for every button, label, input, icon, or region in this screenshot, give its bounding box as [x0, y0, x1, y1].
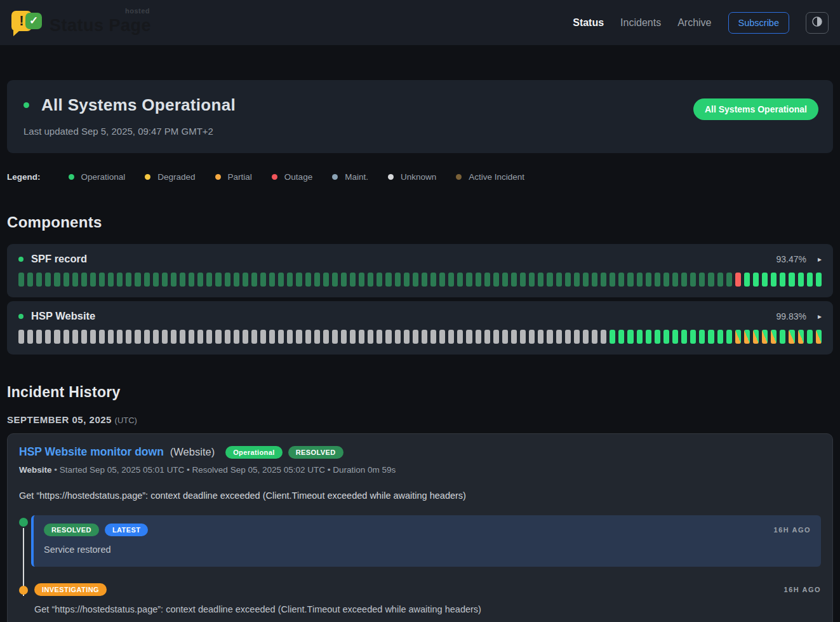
status-bubble-logo-icon: ! ✓: [11, 9, 42, 37]
uptime-bar-op_old: [672, 273, 678, 287]
subscribe-button[interactable]: Subscribe: [728, 12, 789, 34]
uptime-bar-unknown: [45, 330, 51, 344]
expand-arrow-icon[interactable]: ▸: [818, 255, 822, 264]
incident-description: Get “https://hostedstatus.page”: context…: [19, 490, 821, 501]
incident-title-suffix: (Website): [170, 446, 215, 458]
uptime-bar-unknown: [314, 330, 320, 344]
uptime-bar-unknown: [601, 330, 606, 344]
expand-arrow-icon[interactable]: ▸: [818, 312, 822, 321]
uptime-bar-outage: [735, 273, 741, 287]
check-square-icon: ✓: [25, 13, 42, 29]
legend-item-maint-: Maint.: [332, 172, 368, 182]
uptime-bar-op_old: [601, 273, 606, 287]
uptime-bar-unknown: [135, 330, 140, 344]
legend-dot-icon: [215, 174, 221, 180]
uptime-bar-op_old: [574, 273, 580, 287]
uptime-bar-op_old: [556, 273, 562, 287]
nav-item-incidents[interactable]: Incidents: [620, 17, 661, 29]
uptime-bar-unknown: [225, 330, 230, 344]
incident-title-link[interactable]: HSP Website monitor down: [19, 445, 164, 459]
uptime-bar-unknown: [466, 330, 472, 344]
uptime-bar-op_old: [377, 273, 382, 287]
uptime-bar-op_old: [583, 273, 589, 287]
uptime-bar-op_old: [296, 273, 302, 287]
uptime-bar-unknown: [439, 330, 445, 344]
uptime-bar-unknown: [206, 330, 212, 344]
status-badge: Operational: [225, 446, 283, 459]
uptime-bar-op_old: [350, 273, 356, 287]
uptime-bar-op_old: [341, 273, 347, 287]
overall-status-title: All Systems Operational: [41, 95, 236, 115]
uptime-bar-op_old: [72, 273, 78, 287]
incident-date-heading: SEPTEMBER 05, 2025 (UTC): [7, 414, 833, 425]
uptime-bar-unknown: [243, 330, 248, 344]
uptime-bar-unknown: [430, 330, 436, 344]
uptime-bar-op_old: [708, 273, 714, 287]
nav-item-status[interactable]: Status: [573, 17, 604, 29]
uptime-bar-op_old: [502, 273, 508, 287]
timeline-timestamp: 16H AGO: [774, 526, 811, 534]
uptime-bar-op_new: [627, 330, 633, 344]
uptime-bar-op_old: [610, 273, 615, 287]
uptime-bar-op_new: [690, 330, 696, 344]
uptime-bar-op_old: [637, 273, 643, 287]
legend-item-label: Active Incident: [469, 172, 524, 182]
uptime-bar-op_old: [117, 273, 123, 287]
uptime-bar-op_new: [663, 330, 669, 344]
uptime-bar-unknown: [574, 330, 580, 344]
uptime-bar-op_old: [189, 273, 194, 287]
uptime-bar-op_old: [63, 273, 69, 287]
brand-superscript: hosted: [125, 7, 150, 15]
overall-status-banner: All Systems Operational Last updated Sep…: [7, 80, 833, 153]
uptime-bar-op_new: [816, 273, 822, 287]
nav-item-archive[interactable]: Archive: [677, 17, 711, 29]
uptime-bar-op_old: [269, 273, 275, 287]
uptime-bar-unknown: [54, 330, 60, 344]
uptime-bar-unknown: [476, 330, 481, 344]
uptime-bar-op_old: [395, 273, 401, 287]
uptime-bar-op_old: [225, 273, 230, 287]
uptime-bar-op_old: [126, 273, 131, 287]
component-uptime-percent: 99.83%: [776, 311, 806, 321]
timeline-status-dot: [19, 586, 28, 595]
component-uptime-percent: 93.47%: [776, 254, 806, 264]
uptime-bar-unknown: [368, 330, 373, 344]
uptime-bar-op_new: [655, 330, 660, 344]
legend-item-label: Operational: [81, 172, 126, 182]
timeline-entry: INVESTIGATING16H AGOGet “https://hosteds…: [19, 583, 821, 614]
status-badge: LATEST: [105, 524, 148, 536]
uptime-bar-op_old: [466, 273, 472, 287]
uptime-bar-op_old: [278, 273, 284, 287]
uptime-bar-op_old: [627, 273, 633, 287]
status-legend: Legend: OperationalDegradedPartialOutage…: [7, 172, 833, 182]
uptime-bar-unknown: [180, 330, 185, 344]
uptime-bar-op_old: [511, 273, 517, 287]
theme-toggle-button[interactable]: [806, 12, 829, 34]
uptime-bar-op_new: [618, 330, 624, 344]
brand-logo[interactable]: ! ✓ hosted Status Page: [11, 9, 151, 37]
component-uptime-group: 99.83%▸: [776, 311, 822, 321]
uptime-bar-op_old: [646, 273, 651, 287]
uptime-bar-unknown: [144, 330, 150, 344]
component-card-spf-record[interactable]: SPF record93.47%▸: [7, 244, 833, 297]
uptime-bar-unknown: [296, 330, 302, 344]
timeline-timestamp: 16H AGO: [784, 586, 821, 593]
uptime-bar-op_old: [663, 273, 669, 287]
component-header: HSP Website99.83%▸: [18, 310, 822, 322]
uptime-bar-unknown: [547, 330, 552, 344]
uptime-bar-unknown: [18, 330, 24, 344]
uptime-bar-op_old: [439, 273, 445, 287]
uptime-bar-op_old: [153, 273, 159, 287]
uptime-bar-unknown: [153, 330, 159, 344]
legend-dot-icon: [272, 174, 277, 180]
uptime-bar-op_old: [726, 273, 732, 287]
uptime-bar-unknown: [385, 330, 391, 344]
legend-item-degraded: Degraded: [145, 172, 195, 182]
incident-card: HSP Website monitor down (Website) Opera…: [7, 433, 833, 622]
uptime-bar-unknown: [448, 330, 454, 344]
components-heading: Components: [7, 213, 833, 231]
component-name-group: HSP Website: [18, 310, 95, 322]
component-card-hsp-website[interactable]: HSP Website99.83%▸: [7, 301, 833, 355]
uptime-bar-op_old: [260, 273, 266, 287]
uptime-bar-unknown: [377, 330, 382, 344]
